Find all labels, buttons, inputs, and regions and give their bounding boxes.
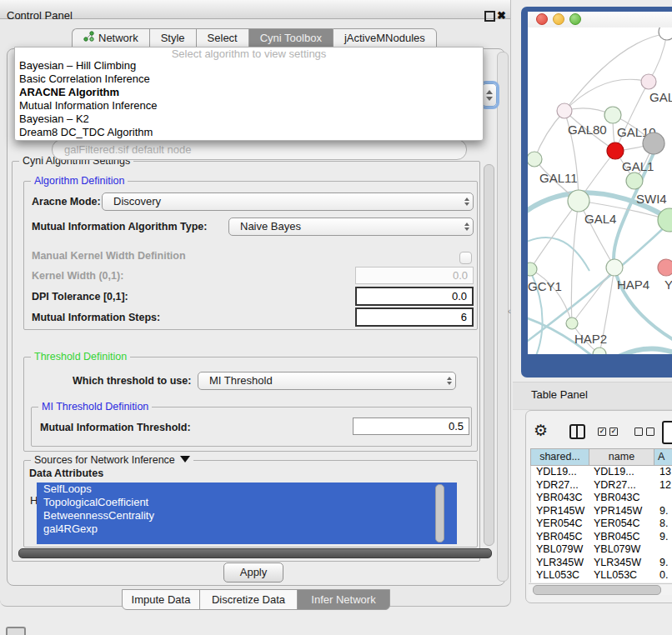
- table-row[interactable]: YPR145WYPR145W9.: [531, 505, 672, 518]
- algorithm-option[interactable]: Dream8 DC_TDC Algorithm: [15, 126, 483, 139]
- which-threshold-value: MI Threshold: [209, 372, 273, 389]
- mi-type-combobox[interactable]: Naive Bayes: [228, 218, 474, 236]
- network-node[interactable]: [557, 103, 572, 118]
- table-row[interactable]: YBR045CYBR045C9.: [531, 531, 672, 544]
- panel-vertical-scrollbar[interactable]: [497, 52, 509, 582]
- partial-corner-icon: [6, 627, 26, 635]
- table-hscroll-thumb[interactable]: [533, 585, 661, 595]
- tab-style[interactable]: Style: [149, 28, 196, 48]
- table-cell: 8.: [653, 518, 672, 531]
- settings-horizontal-scrollbar[interactable]: [18, 548, 492, 558]
- kernel-width-input[interactable]: 0.0: [355, 267, 474, 284]
- network-node[interactable]: [604, 107, 621, 123]
- mi-threshold-input[interactable]: 0.5: [353, 418, 469, 435]
- gear-icon[interactable]: ⚙: [534, 421, 548, 441]
- select-all-checkboxes-icon[interactable]: ✓✓: [598, 428, 618, 436]
- table-cell: YBL079W: [589, 543, 653, 557]
- attribute-item[interactable]: SelfLoops: [37, 482, 457, 496]
- tab-jactivemnodules[interactable]: jActiveMNodules: [333, 28, 437, 48]
- network-graph: GALGAL80GAL10GAL1GAL11SWI4GAL4GCY1HAP4YH…: [528, 28, 672, 354]
- attribute-item[interactable]: BetweennessCentrality: [37, 509, 457, 522]
- sources-group: Sources for Network Inference Data Attri…: [23, 460, 478, 548]
- window-zoom-icon[interactable]: [569, 13, 581, 25]
- table-row[interactable]: YLR345WYLR345W9.: [531, 557, 672, 570]
- algorithm-option[interactable]: ARACNE Algorithm: [15, 86, 483, 99]
- network-view-titlebar[interactable]: [528, 12, 672, 28]
- settings-vertical-scrollbar[interactable]: [484, 164, 494, 546]
- table-row[interactable]: YBL079WYBL079W: [531, 543, 672, 557]
- algorithm-option[interactable]: Mutual Information Inference: [15, 99, 483, 112]
- network-node[interactable]: [606, 259, 623, 276]
- mi-steps-input[interactable]: 6: [355, 308, 474, 327]
- table-cell: 9.: [653, 557, 672, 570]
- network-node[interactable]: [643, 132, 664, 154]
- table-cell: 9.: [653, 531, 672, 544]
- mi-threshold-group: MI Threshold Definition Mutual Informati…: [31, 407, 472, 447]
- network-node-label: HAP4: [617, 278, 649, 292]
- table-row[interactable]: YDR27...YDR27...12: [531, 479, 672, 492]
- network-node[interactable]: [593, 348, 606, 354]
- network-node[interactable]: [626, 172, 643, 189]
- float-window-icon[interactable]: [484, 11, 495, 22]
- algorithm-option[interactable]: Bayesian – Hill Climbing: [15, 59, 483, 72]
- table-cell: 13: [653, 466, 672, 479]
- columns-icon[interactable]: [569, 424, 585, 439]
- network-node[interactable]: [528, 152, 542, 167]
- panel-divider-handle[interactable]: ‹: [508, 306, 511, 316]
- aracne-mode-combobox[interactable]: Discovery: [102, 192, 474, 211]
- network-node[interactable]: [528, 262, 537, 276]
- table-cell: YER054C: [589, 518, 653, 531]
- table-row[interactable]: YER054CYER054C8.: [531, 518, 672, 531]
- which-threshold-combobox[interactable]: MI Threshold: [198, 372, 456, 390]
- tab-discretize-data[interactable]: Discretize Data: [199, 589, 298, 610]
- table-cell: YDL19...: [531, 466, 589, 479]
- network-node[interactable]: [566, 318, 578, 329]
- column-header-partial[interactable]: A: [654, 448, 672, 466]
- deselect-all-checkboxes-icon[interactable]: [634, 428, 654, 436]
- close-icon[interactable]: ✖: [497, 8, 506, 24]
- attribute-item[interactable]: gal4RGexp: [37, 522, 457, 536]
- screen: Control Panel ✖ Network Style Select Cyn…: [0, 0, 672, 635]
- table-cell: YPR145W: [589, 505, 653, 518]
- algorithm-option[interactable]: Bayesian – K2: [15, 112, 483, 126]
- table-cell: YBR045C: [531, 531, 589, 544]
- table-cell: YLR345W: [589, 557, 653, 570]
- attributes-scrollbar[interactable]: [435, 484, 444, 542]
- attribute-item[interactable]: TopologicalCoefficient: [37, 496, 457, 509]
- stepper-up-icon: [486, 90, 493, 94]
- network-node[interactable]: [641, 74, 656, 89]
- window-close-icon[interactable]: [536, 13, 548, 25]
- network-node[interactable]: [659, 28, 672, 40]
- combo-stepper-fragment[interactable]: [482, 83, 497, 107]
- table-row[interactable]: YDL19...YDL19...13: [531, 466, 672, 479]
- table-cell: YLL053C: [589, 569, 653, 582]
- tab-impute-data[interactable]: Impute Data: [122, 589, 200, 610]
- table-row[interactable]: YBR043CYBR043C: [531, 492, 672, 505]
- dpi-tolerance-label: DPI Tolerance [0,1]:: [32, 288, 128, 306]
- data-table-combo[interactable]: galFiltered.sif default node: [52, 139, 467, 160]
- tab-select[interactable]: Select: [196, 28, 248, 48]
- manual-kernel-label: Manual Kernel Width Definition: [32, 247, 186, 265]
- tab-network[interactable]: Network: [72, 28, 149, 48]
- network-canvas[interactable]: GALGAL80GAL10GAL1GAL11SWI4GAL4GCY1HAP4YH…: [528, 28, 672, 354]
- column-header-name[interactable]: name: [589, 448, 654, 466]
- window-minimize-icon[interactable]: [553, 13, 564, 25]
- network-node-label: HAP2: [574, 332, 607, 346]
- column-header-shared-name[interactable]: shared...: [530, 448, 589, 466]
- dpi-tolerance-input[interactable]: 0.0: [355, 287, 474, 306]
- network-node-label: Y: [664, 278, 672, 292]
- network-node[interactable]: [607, 142, 624, 159]
- table-row[interactable]: YLL053CYLL053C0.: [531, 569, 672, 582]
- network-node[interactable]: [658, 259, 672, 276]
- apply-button[interactable]: Apply: [223, 562, 283, 582]
- function-builder-icon[interactable]: [662, 421, 672, 444]
- tab-style-label: Style: [161, 29, 185, 48]
- tab-cyni-toolbox[interactable]: Cyni Toolbox: [248, 28, 333, 48]
- algorithm-option[interactable]: Basic Correlation Inference: [15, 72, 483, 86]
- tab-infer-network[interactable]: Infer Network: [297, 589, 390, 610]
- manual-kernel-checkbox[interactable]: [459, 252, 472, 264]
- algorithm-dropdown-placeholder: Select algorithm to view settings: [15, 48, 483, 59]
- table-cell: YLR345W: [531, 557, 589, 570]
- network-node[interactable]: [568, 190, 589, 212]
- algorithm-definition-title: Algorithm Definition: [31, 175, 128, 187]
